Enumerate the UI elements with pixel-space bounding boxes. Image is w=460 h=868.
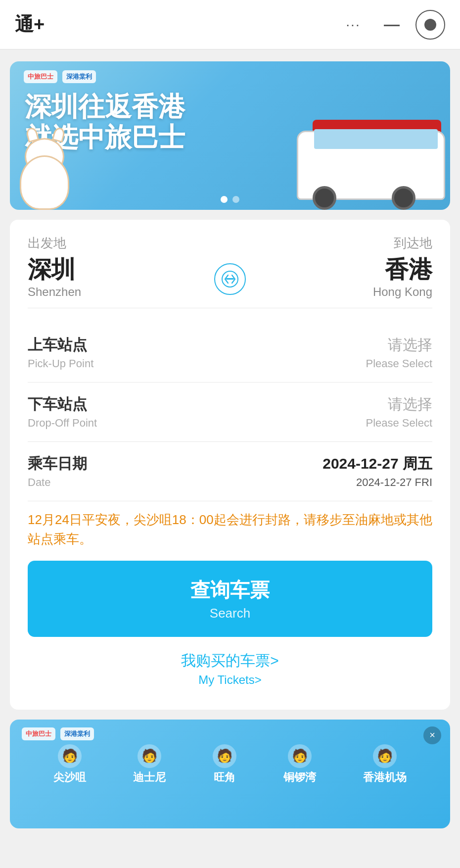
person-icon-3: 🧑 [213,744,236,768]
swap-icon [214,263,246,295]
location-hk-airport: 🧑 香港机场 [363,744,407,785]
pickup-value-wrap[interactable]: 请选择 Please Select [366,335,432,370]
location-name-5: 香港机场 [363,770,407,785]
more-button[interactable]: ··· [338,10,368,40]
date-value-en: 2024-12-27 FRI [356,476,432,489]
banner-logos: 中旅巴士 深港棠利 [24,70,96,83]
location-tsimshatsui: 🧑 尖沙咀 [53,744,86,785]
search-card: 出发地 深圳 Shenzhen 到达地 香港 Hong Kong [10,220,450,710]
date-row[interactable]: 乘车日期 Date 2024-12-27 周五 2024-12-27 FRI [28,442,432,501]
dropoff-row[interactable]: 下车站点 Drop-Off Point 请选择 Please Select [28,383,432,442]
dot-1[interactable] [221,196,228,203]
location-name-1: 尖沙咀 [53,770,86,785]
banner-line1: 深圳往返香港 [25,91,185,122]
location-disneyland: 🧑 迪士尼 [133,744,166,785]
banner-pagination [221,196,239,203]
dropoff-label-wrap: 下车站点 Drop-Off Point [28,394,97,430]
logo-shengang: 深港棠利 [62,70,96,83]
person-icon-1: 🧑 [58,744,82,768]
person-icon-5: 🧑 [373,744,397,768]
pickup-label-wrap: 上车站点 Pick-Up Point [28,335,93,370]
dropoff-value-zh: 请选择 [388,394,432,415]
logo-ctbus: 中旅巴士 [24,70,57,83]
from-city-zh: 深圳 [28,257,210,283]
dropoff-value-wrap[interactable]: 请选择 Please Select [366,394,432,430]
title-bar-actions: ··· — [338,10,445,40]
date-value-wrap[interactable]: 2024-12-27 周五 2024-12-27 FRI [322,454,432,489]
my-tickets-label-en: My Tickets> [28,673,432,687]
to-side: 到达地 香港 Hong Kong [250,235,432,299]
location-mongkok: 🧑 旺角 [213,744,236,785]
bus-wheel-right [392,186,415,210]
bottom-close-button[interactable]: × [423,726,441,744]
app-title: 通+ [15,12,45,37]
bus-windows [314,129,438,149]
my-tickets-label-zh: 我购买的车票> [28,651,432,671]
to-city-en: Hong Kong [373,285,432,299]
bottom-logo-shengang: 深港棠利 [60,727,94,740]
to-city-zh: 香港 [385,257,432,283]
bottom-logo-ctbus: 中旅巴士 [22,727,55,740]
location-name-2: 迪士尼 [133,770,166,785]
bottom-locations-row: 🧑 尖沙咀 🧑 迪士尼 🧑 旺角 🧑 铜锣湾 🧑 香港机场 [10,744,450,785]
bus-wheel-left [313,186,336,210]
bus-illustration [287,116,445,210]
mascot [20,141,79,210]
location-name-3: 旺角 [214,770,235,785]
minimize-button[interactable]: — [377,10,407,40]
my-tickets-link[interactable]: 我购买的车票> My Tickets> [28,646,432,692]
bottom-logos: 中旅巴士 深港棠利 [22,727,94,740]
title-bar: 通+ ··· — [0,0,460,49]
pickup-label-en: Pick-Up Point [28,357,93,370]
main-content: 中旅巴士 深港棠利 深圳往返香港 就选中旅巴士 [0,49,460,838]
record-button[interactable] [415,10,445,40]
to-label: 到达地 [394,235,432,252]
pickup-value-zh: 请选择 [388,335,432,355]
search-label-en: Search [28,606,432,621]
svg-rect-1 [226,278,234,280]
search-button[interactable]: 查询车票 Search [28,561,432,637]
swap-button[interactable] [210,263,250,299]
pickup-value-en: Please Select [366,357,432,370]
date-label-en: Date [28,476,87,489]
person-icon-2: 🧑 [138,744,161,768]
dropoff-label-zh: 下车站点 [28,394,97,415]
from-side: 出发地 深圳 Shenzhen [28,235,210,299]
pickup-label-zh: 上车站点 [28,335,93,355]
location-causeway-bay: 🧑 铜锣湾 [283,744,316,785]
mascot-body [20,155,69,210]
date-label-wrap: 乘车日期 Date [28,454,87,489]
date-value-zh: 2024-12-27 周五 [322,454,432,474]
dropoff-value-en: Please Select [366,417,432,430]
notice-text: 12月24日平安夜，尖沙咀18：00起会进行封路，请移步至油麻地或其他站点乘车。 [28,510,432,549]
date-label-zh: 乘车日期 [28,454,87,474]
from-label: 出发地 [28,235,210,252]
from-city-en: Shenzhen [28,285,210,299]
search-label-zh: 查询车票 [28,577,432,604]
promo-banner[interactable]: 中旅巴士 深港棠利 深圳往返香港 就选中旅巴士 [10,61,450,210]
bottom-banner: 中旅巴士 深港棠利 × 🧑 尖沙咀 🧑 迪士尼 🧑 旺角 🧑 铜锣湾 🧑 [10,720,450,828]
location-name-4: 铜锣湾 [283,770,316,785]
dropoff-label-en: Drop-Off Point [28,417,97,430]
route-row: 出发地 深圳 Shenzhen 到达地 香港 Hong Kong [28,235,432,308]
person-icon-4: 🧑 [288,744,312,768]
dot-2[interactable] [232,196,239,203]
pickup-row[interactable]: 上车站点 Pick-Up Point 请选择 Please Select [28,323,432,383]
